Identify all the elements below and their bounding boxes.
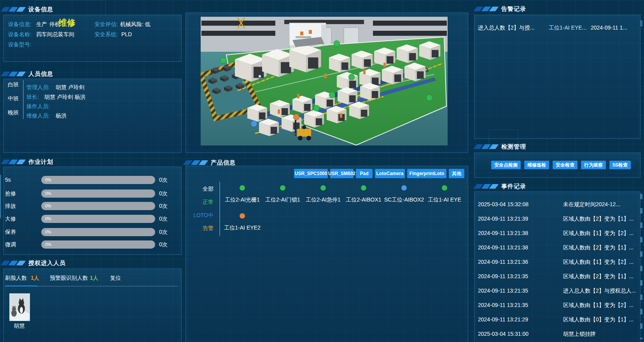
event-row[interactable]: 2024-09-11 13:21:39 区域人数由【2】变为【1】... <box>474 216 640 224</box>
progress-bar: 0% <box>41 189 155 198</box>
event-message: 区域人数由【2】变为【1】... <box>563 273 634 280</box>
section-title: 检测管理 <box>501 143 526 151</box>
section-arrows-icon <box>475 144 497 149</box>
filter-button-pad[interactable]: Pad <box>356 169 373 178</box>
plan-label: 5s <box>5 177 11 183</box>
device-type-filter-bar: USR_SPC1000 USR_SM602 Pad LotoCamera Fin… <box>294 169 464 178</box>
progress-percent: 0% <box>41 240 155 249</box>
manager-value: 胡慧 卢玲剑 <box>56 84 84 91</box>
event-message: 区域人数由【2】变为【1】... <box>563 244 634 251</box>
product-device-item[interactable]: 工位2-AIBOX1 <box>342 185 385 203</box>
plan-label: 排故 <box>5 203 16 210</box>
fives-check-button[interactable]: 5S检查 <box>609 161 631 169</box>
event-row[interactable]: 2024-09-11 13:21:36 区域人数由【1】变为【2】... <box>474 259 640 267</box>
person-name: 胡慧 <box>9 323 30 330</box>
device-model-label: 设备型号: <box>8 41 32 48</box>
status-dot <box>401 185 407 191</box>
safety-spot-check-button[interactable]: 安全点检测 <box>491 161 521 169</box>
filter-button-usr-sm602[interactable]: USR_SM602 <box>330 169 354 178</box>
section-title: 授权进入人员 <box>28 260 66 267</box>
plan-label: 保养 <box>5 229 16 236</box>
product-device-item[interactable]: SC工位-AIBOX2 <box>383 185 425 203</box>
event-row[interactable]: 2024-09-11 13:21:38 区域人数由【1】变为【2】... <box>474 230 640 239</box>
event-time: 2024-09-11 13:21:35 <box>478 288 528 294</box>
tab-all[interactable]: 全部 <box>186 186 214 193</box>
shift-divider <box>23 80 24 119</box>
maintainer-value: 杨洪 <box>56 112 66 119</box>
section-header-authorized: 授权进入人员 <box>2 260 66 267</box>
event-row[interactable]: 2025-03-04 15:31:00 胡慧上锁挂牌 <box>474 331 640 339</box>
plan-count: 0次 <box>159 203 168 210</box>
product-device-item[interactable]: 工位2-AI急停1 <box>302 185 345 203</box>
filter-button-other[interactable]: 其他 <box>449 169 464 178</box>
alarm-records-panel: 进入总人数【2】与授... 工位1-AI EYE... 2024-09-11 1… <box>474 15 640 139</box>
plan-label: 抢修 <box>5 190 16 197</box>
filter-button-usr-spc1000[interactable]: USR_SPC1000 <box>294 169 328 178</box>
device-label: 工位2-AIBOX1 <box>342 196 385 203</box>
event-row[interactable]: 2024-09-11 13:21:35 区域人数由【2】变为【1】... <box>474 273 640 282</box>
event-message: 区域人数由【1】变为【2】... <box>563 230 634 237</box>
maintenance-patrol-button[interactable]: 维修巡检 <box>524 161 549 169</box>
product-device-item[interactable]: 工位2-AI光栅1 <box>221 185 264 203</box>
device-info-label: 设备信息: <box>8 21 32 28</box>
factory-3d-view-image: 开发区 <box>201 17 448 146</box>
device-label: 工位1-AI EYE <box>423 196 466 203</box>
event-time: 2024-09-11 13:21:29 <box>478 316 528 323</box>
plan-count: 0次 <box>159 229 168 236</box>
event-row[interactable]: 2024-09-11 13:21:38 区域人数由【2】变为【1】... <box>474 244 640 253</box>
device-info-panel: 设备信息: 生产 停机 维修 安全评估: 机械风险: 低 设备名称: 四车间总装… <box>3 15 182 62</box>
progress-percent: 0% <box>41 215 155 223</box>
plan-count: 0次 <box>159 190 168 197</box>
face-count-badge: 1人 <box>31 275 39 282</box>
category-divider <box>219 182 220 236</box>
alarm-device: 工位1-AI EYE... <box>549 25 586 32</box>
person-photo-image <box>10 294 30 321</box>
event-time: 2025-03-04 15:31:00 <box>478 331 528 337</box>
product-device-item[interactable]: 工位1-AI EYE <box>423 185 466 203</box>
progress-percent: 0% <box>41 228 155 236</box>
status-dot <box>240 185 245 191</box>
event-message: 区域人数由【0】变为【1】... <box>563 316 634 323</box>
event-row[interactable]: 2025-03-04 15:32:08 未在规定时间2024-12... <box>474 201 640 210</box>
section-title: 产品信息 <box>211 159 236 167</box>
maintainer-label: 维修人员: <box>26 112 50 119</box>
status-dot <box>320 185 326 191</box>
tab-alarm[interactable]: 告警 <box>186 225 214 232</box>
event-message: 区域人数由【1】变为【2】... <box>563 302 634 309</box>
status-dot <box>240 213 245 219</box>
section-header-inspection: 检测管理 <box>475 143 526 150</box>
tab-loto[interactable]: LOTO中 <box>186 212 214 219</box>
filter-button-fingerprintloto[interactable]: FingerprintLoto <box>407 169 446 178</box>
reset-button[interactable]: 复位 <box>110 275 121 282</box>
event-row[interactable]: 2024-09-11 13:21:35 进入总人数【2】与授权总人... <box>474 288 640 296</box>
alarm-message: 进入总人数【2】与授... <box>478 25 534 32</box>
section-title: 告警记录 <box>501 5 526 13</box>
product-device-item[interactable]: 工位2-AI门锁1 <box>261 185 304 203</box>
status-dot <box>280 185 285 191</box>
product-device-item[interactable]: 工位1-AI EYE2 <box>221 213 264 232</box>
device-status-repair: 维修 <box>58 19 75 27</box>
section-header-workplan: 作业计划 <box>2 158 53 165</box>
alarm-row[interactable]: 进入总人数【2】与授... 工位1-AI EYE... 2024-09-11 1… <box>474 25 640 33</box>
event-message: 区域人数由【2】变为【1】... <box>563 216 634 223</box>
device-label: 工位2-AI光栅1 <box>221 196 264 203</box>
safety-eval-label: 安全评估: <box>94 21 118 28</box>
event-row[interactable]: 2024-09-11 13:21:29 区域人数由【0】变为【1】... <box>474 316 640 325</box>
safety-inspection-button[interactable]: 安全检查 <box>553 161 578 169</box>
eye-count-badge: 1人 <box>90 275 98 282</box>
event-row[interactable]: 2024-09-11 13:21:35 区域人数由【1】变为【2】... <box>474 302 640 310</box>
shift-tab-middle[interactable]: 中班 <box>8 95 19 102</box>
tab-face-count[interactable]: 刷脸人数 <box>5 275 27 282</box>
work-plan-panel: 5s 0% 0次 抢修 0% 0次 排故 0% 0次 大修 0% 0次 保养 0… <box>3 167 182 255</box>
tab-normal[interactable]: 正常 <box>186 199 214 206</box>
section-arrows-icon <box>2 261 24 265</box>
shift-tab-night[interactable]: 晚班 <box>8 109 19 116</box>
section-header-product: 产品信息 <box>185 159 236 166</box>
alarm-time: 2024-09-11 1... <box>591 25 627 31</box>
tab-eye-count[interactable]: 预警眼识别人数 <box>50 275 88 282</box>
shift-tab-day[interactable]: 白班 <box>8 81 19 88</box>
filter-button-lotocamera[interactable]: LotoCamera <box>375 169 405 178</box>
safety-sys-label: 安全系统: <box>94 31 118 38</box>
behavior-observation-button[interactable]: 行为观察 <box>581 161 606 169</box>
event-time: 2024-09-11 13:21:38 <box>478 244 528 251</box>
